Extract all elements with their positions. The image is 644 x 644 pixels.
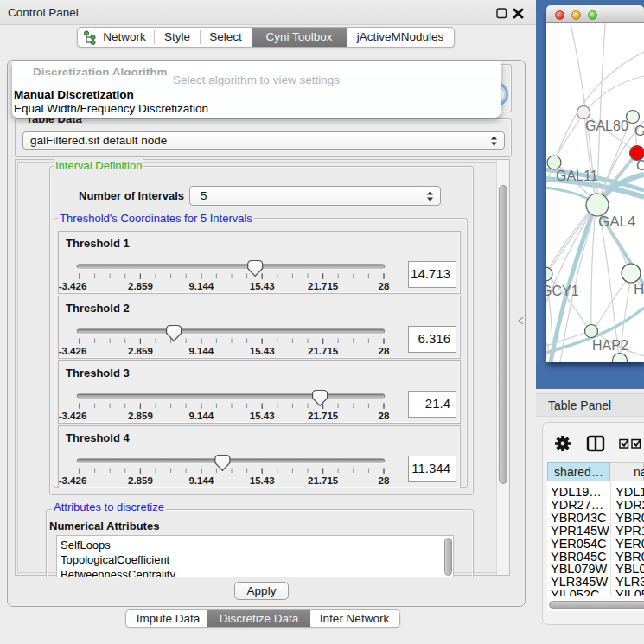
svg-text:9.144: 9.144 (188, 346, 214, 356)
svg-text:21.715: 21.715 (308, 475, 339, 486)
svg-text:GAL4: GAL4 (598, 214, 635, 230)
svg-text:HAP2: HAP2 (592, 338, 628, 353)
svg-text:21.715: 21.715 (308, 346, 339, 356)
svg-text:2.859: 2.859 (128, 346, 153, 356)
svg-text:9.144: 9.144 (188, 411, 214, 421)
svg-text:15.43: 15.43 (250, 475, 275, 486)
svg-text:9.144: 9.144 (188, 475, 214, 486)
svg-text:-3.426: -3.426 (59, 475, 86, 486)
svg-text:2.859: 2.859 (128, 411, 153, 421)
svg-text:-3.426: -3.426 (59, 346, 86, 356)
svg-text:15.43: 15.43 (250, 281, 275, 291)
svg-text:21.715: 21.715 (308, 281, 339, 291)
svg-text:21.715: 21.715 (308, 411, 339, 421)
svg-text:GA: GA (634, 124, 644, 138)
svg-text:-3.426: -3.426 (59, 281, 86, 291)
svg-text:28: 28 (379, 475, 390, 486)
svg-text:28: 28 (379, 346, 390, 356)
svg-text:2.859: 2.859 (128, 281, 153, 291)
svg-text:GCY1: GCY1 (546, 284, 579, 298)
svg-text:2.859: 2.859 (128, 475, 153, 486)
svg-text:15.43: 15.43 (250, 411, 275, 421)
svg-text:-3.426: -3.426 (59, 411, 86, 421)
svg-text:15.43: 15.43 (250, 346, 275, 356)
svg-text:HIS4: HIS4 (634, 281, 644, 297)
svg-text:28: 28 (379, 281, 390, 291)
svg-text:CY: CY (636, 158, 644, 173)
svg-text:GAL11: GAL11 (556, 169, 598, 183)
svg-text:9.144: 9.144 (188, 281, 214, 291)
svg-text:28: 28 (379, 411, 390, 421)
svg-text:GAL80: GAL80 (585, 118, 628, 133)
